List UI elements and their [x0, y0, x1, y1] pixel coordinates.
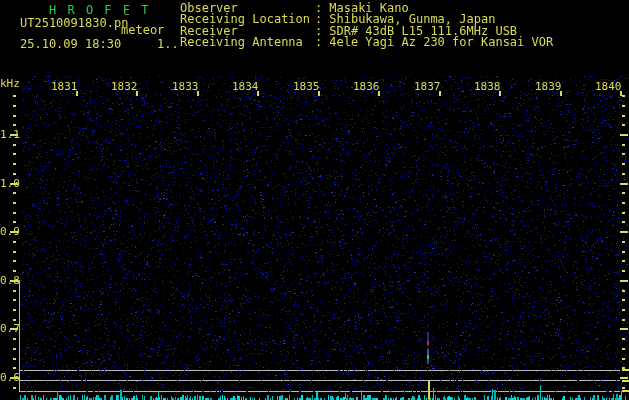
meteor-echo-streak — [427, 332, 429, 364]
x-tick-label: 1838 — [474, 80, 500, 93]
y-tick-label: 0.8 — [0, 274, 20, 287]
y-tick-label: 0.9 — [0, 225, 20, 238]
x-tick-label: 1840 — [595, 80, 621, 93]
x-tick-label: 1831 — [51, 80, 77, 93]
x-tick-label: 1839 — [535, 80, 561, 93]
y-tick-label: 0.6 — [0, 371, 20, 384]
datetime-label: 25.10.09 18:30 — [20, 37, 121, 51]
output-filename: UT2510091830.pn — [20, 16, 128, 30]
info-label: Receiving Antenna — [180, 37, 315, 48]
x-tick-label: 1835 — [293, 80, 319, 93]
hrofft-screen: H R O F F T UT2510091830.pn ¨ meteor 25.… — [0, 0, 629, 400]
app-logo: H R O F F T — [49, 3, 150, 17]
x-tick-label: 1837 — [414, 80, 440, 93]
y-axis-unit-label: kHz — [0, 77, 20, 90]
station-info-block: Observer:Masaki KanoReceiving Location:S… — [180, 3, 553, 48]
y-tick-label: 0.7 — [0, 322, 20, 335]
x-tick-label: 1834 — [232, 80, 258, 93]
x-tick-label: 1836 — [353, 80, 379, 93]
spectrogram-canvas — [0, 0, 629, 400]
y-tick-label: 1.0 — [0, 177, 20, 190]
x-tick-label: 1833 — [172, 80, 198, 93]
station-info-row: Receiving Antenna:4ele Yagi Az 230 for K… — [180, 37, 553, 48]
x-tick-label: 1832 — [111, 80, 137, 93]
y-tick-label: 1.1 — [0, 128, 20, 141]
meteor-mode-label: meteor — [121, 23, 164, 37]
info-value: 4ele Yagi Az 230 for Kansai VOR — [322, 35, 553, 49]
echo-counter: 1.. — [157, 37, 179, 51]
